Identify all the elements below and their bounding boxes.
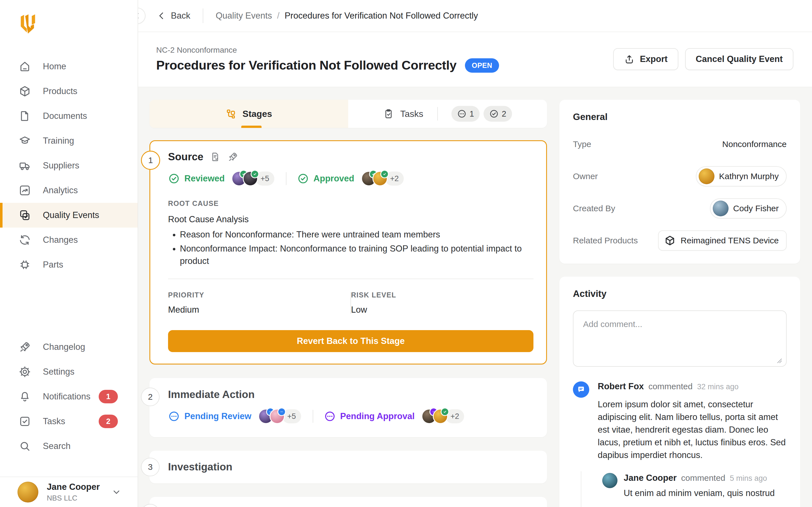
created-by-pill[interactable]: Cody Fisher (710, 198, 786, 219)
user-name: Jane Cooper (47, 482, 103, 492)
type-value: Nonconformance (722, 139, 786, 149)
brand-logo-icon[interactable] (17, 12, 40, 36)
tasks-completed-count: 2 (502, 109, 506, 119)
sidebar-item-training[interactable]: Training (0, 128, 138, 153)
avatar (713, 201, 728, 216)
notifications-badge: 1 (99, 390, 118, 403)
product-box-icon (664, 235, 675, 246)
owner-label: Owner (573, 172, 598, 181)
cancel-quality-event-button[interactable]: Cancel Quality Event (685, 48, 794, 70)
tab-tasks[interactable]: Tasks 1 2 (348, 100, 547, 128)
root-cause-item: Nonconformance Impact: Nonconformance to… (180, 242, 534, 267)
sidebar-item-label: Notifications (43, 392, 91, 402)
analytics-icon (18, 184, 31, 196)
stage-card-verification[interactable]: 4 Verification (149, 497, 547, 507)
sidebar-item-parts[interactable]: Parts (0, 252, 138, 277)
approved-status: Approved +2 (297, 171, 405, 186)
tab-stages[interactable]: Stages (149, 100, 348, 128)
sidebar-item-notifications[interactable]: Notifications 1 (0, 384, 138, 409)
revert-stage-button[interactable]: Revert Back to This Stage (168, 330, 534, 352)
related-product-pill[interactable]: Reimagined TENS Device (658, 230, 786, 251)
sidebar-item-label: Documents (43, 111, 87, 121)
sidebar-item-label: Analytics (43, 185, 78, 195)
status-divider (286, 172, 287, 185)
sidebar-item-search[interactable]: Search (0, 434, 138, 459)
page-title: Procedures for Verification Not Followed… (156, 58, 456, 73)
app-screen: Home Products Documents Training Supplie… (0, 0, 812, 507)
back-button[interactable]: Back (156, 10, 190, 21)
check-circle-icon (168, 173, 180, 184)
export-button[interactable]: Export (613, 48, 678, 70)
chevron-left-icon (156, 10, 167, 21)
general-title: General (573, 112, 786, 122)
quality-events-icon (18, 209, 31, 221)
user-menu[interactable]: Jane Cooper NBS LLC (0, 476, 138, 507)
reply-item: Jane Cooper commented 5 mins ago Ut enim… (602, 473, 786, 499)
comment-thread: Jane Cooper commented 5 mins ago Ut enim… (573, 473, 786, 507)
stage-title: Source (168, 151, 203, 163)
general-panel: General Type Nonconformance Owner Kathry… (559, 100, 800, 264)
stage-notes-icon[interactable] (210, 152, 221, 162)
tab-stages-label: Stages (243, 109, 272, 119)
sidebar-item-changes[interactable]: Changes (0, 228, 138, 252)
status-badge: OPEN (465, 58, 499, 73)
stage-card-immediate-action: 2 Immediate Action Pending Review + (149, 378, 547, 437)
expand-stage-button[interactable] (530, 465, 534, 469)
sidebar: Home Products Documents Training Supplie… (0, 0, 138, 507)
export-icon (624, 54, 635, 64)
sidebar-item-quality-events[interactable]: Quality Events (0, 203, 138, 228)
stage-number: 2 (141, 388, 160, 406)
workflow-icon (225, 108, 236, 119)
rocket-icon (18, 341, 31, 353)
sidebar-item-suppliers[interactable]: Suppliers (0, 153, 138, 178)
stage-card-investigation[interactable]: 3 Investigation (149, 451, 547, 483)
owner-pill[interactable]: Kathryn Murphy (696, 166, 786, 186)
home-icon (18, 60, 31, 73)
reviewer-avatars[interactable]: +5 (258, 408, 302, 424)
expand-stage-button[interactable] (530, 393, 534, 396)
sidebar-item-documents[interactable]: Documents (0, 104, 138, 128)
sidebar-item-changelog[interactable]: Changelog (0, 335, 138, 359)
stage-rocket-icon[interactable] (227, 152, 238, 162)
bell-icon (18, 390, 31, 403)
stage-task-tabs: Stages Tasks 1 2 (149, 100, 547, 128)
comment-author[interactable]: Robert Fox (598, 381, 644, 392)
sidebar-item-label: Training (43, 136, 74, 146)
risk-level-label: RISK LEVEL (351, 291, 534, 299)
collapse-stage-button[interactable] (530, 155, 534, 159)
reviewer-avatars[interactable]: +5 (232, 171, 275, 186)
priority-value: Medium (168, 305, 350, 315)
stage-number: 4 (141, 504, 160, 507)
stage-number: 1 (141, 151, 160, 170)
status-label: Approved (313, 173, 354, 184)
comment-item: Robert Fox commented 32 mins ago Lorem i… (573, 381, 786, 462)
breadcrumb-parent[interactable]: Quality Events (216, 11, 272, 21)
stage-divider (168, 279, 534, 279)
sidebar-item-tasks[interactable]: Tasks 2 (0, 409, 138, 434)
topbar: Back Quality Events / Procedures for Ver… (138, 0, 812, 32)
sidebar-item-home[interactable]: Home (0, 54, 138, 79)
owner-value: Kathryn Murphy (719, 172, 779, 181)
parts-icon (18, 259, 31, 271)
comment-time: 32 mins ago (697, 383, 739, 391)
sidebar-item-label: Changelog (43, 342, 85, 352)
record-id: NC-2 Nonconformance (156, 46, 499, 55)
comment-input[interactable] (573, 311, 786, 367)
comment-author[interactable]: Jane Cooper (624, 473, 677, 483)
sidebar-item-products[interactable]: Products (0, 79, 138, 104)
user-org: NBS LLC (47, 494, 103, 503)
resize-handle-icon[interactable] (776, 357, 782, 363)
sidebar-item-label: Home (43, 61, 66, 71)
approver-avatars[interactable]: +2 (421, 408, 465, 424)
sidebar-item-analytics[interactable]: Analytics (0, 178, 138, 203)
avatar (243, 171, 258, 186)
training-icon (18, 135, 31, 147)
tasks-completed-pill: 2 (484, 106, 512, 122)
status-label: Pending Review (185, 411, 252, 421)
comment-composer (573, 311, 786, 368)
clipboard-icon (383, 108, 394, 119)
active-tab-underline (241, 126, 261, 128)
documents-icon (18, 110, 31, 122)
sidebar-item-settings[interactable]: Settings (0, 359, 138, 384)
approver-avatars[interactable]: +2 (361, 171, 405, 186)
